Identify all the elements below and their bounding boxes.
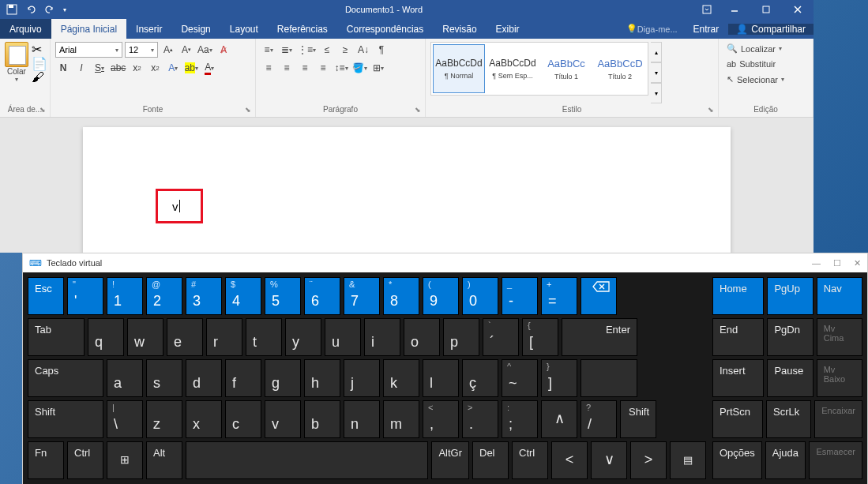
share-button[interactable]: 👤Compartilhar (728, 24, 814, 35)
style-titulo1[interactable]: AaBbCc Título 1 (540, 44, 592, 93)
select-button[interactable]: ↖Selecionar▾ (723, 73, 808, 86)
key-enter-bottom[interactable] (581, 359, 637, 397)
underline-button[interactable]: S▾ (92, 60, 107, 76)
key-enter[interactable]: Enter (562, 318, 637, 356)
decrease-indent-button[interactable]: ≤ (319, 42, 335, 58)
align-right-button[interactable]: ≡ (297, 60, 313, 76)
close-button[interactable] (782, 0, 814, 19)
key-cedilla[interactable]: ç (462, 359, 498, 397)
key-e[interactable]: e (167, 318, 203, 356)
key-comma[interactable]: <, (423, 400, 459, 438)
style-normal[interactable]: AaBbCcDd ¶ Normal (433, 44, 485, 93)
key-m[interactable]: m (383, 400, 419, 438)
key-z[interactable]: z (146, 400, 182, 438)
shading-button[interactable]: 🪣▾ (351, 60, 368, 76)
styles-down-button[interactable]: ▾ (651, 62, 662, 83)
key-shift-left[interactable]: Shift (28, 400, 103, 438)
key-t[interactable]: t (246, 318, 282, 356)
key-y[interactable]: y (285, 318, 321, 356)
save-icon[interactable] (6, 4, 17, 15)
key-bracket-close[interactable]: }] (541, 359, 577, 397)
key-bracket-open[interactable]: {[ (522, 318, 558, 356)
key-minus[interactable]: _- (502, 277, 538, 315)
font-size-combo[interactable]: 12▾ (125, 42, 158, 58)
align-left-button[interactable]: ≡ (261, 60, 276, 76)
ribbon-options-icon[interactable] (695, 0, 719, 19)
redo-icon[interactable] (44, 4, 55, 15)
paste-button[interactable]: Colar ▾ (5, 42, 28, 83)
key-ctrl-left[interactable]: Ctrl (67, 441, 103, 479)
key-home[interactable]: Home (712, 277, 764, 315)
document-page[interactable]: v (83, 127, 731, 253)
key-n[interactable]: n (344, 400, 380, 438)
tab-pagina-inicial[interactable]: Página Inicial (51, 19, 126, 39)
numbering-button[interactable]: ≣▾ (279, 42, 295, 58)
osk-maximize-button[interactable]: ☐ (833, 258, 841, 268)
key-quote[interactable]: "' (67, 277, 103, 315)
key-pgup[interactable]: PgUp (767, 277, 813, 315)
key-esmaecer[interactable]: Esmaecer (809, 441, 862, 479)
minimize-button[interactable] (719, 0, 750, 19)
key-a[interactable]: a (107, 359, 143, 397)
key-scrlk[interactable]: ScrLk (766, 400, 811, 438)
tab-design[interactable]: Design (171, 19, 220, 39)
tab-layout[interactable]: Layout (220, 19, 268, 39)
key-mvbaixo[interactable]: Mv Baixo (817, 359, 862, 397)
key-x[interactable]: x (186, 400, 222, 438)
tab-inserir[interactable]: Inserir (126, 19, 171, 39)
signin-button[interactable]: Entrar (684, 24, 729, 35)
key-k[interactable]: k (383, 359, 419, 397)
tab-exibir[interactable]: Exibir (487, 19, 529, 39)
copy-icon[interactable]: 📄 (32, 56, 44, 69)
font-name-combo[interactable]: Arial▾ (55, 42, 122, 58)
osk-minimize-button[interactable]: — (812, 258, 821, 268)
key-end[interactable]: End (712, 318, 764, 356)
key-period[interactable]: >. (462, 400, 498, 438)
key-r[interactable]: r (206, 318, 242, 356)
key-1[interactable]: !1 (107, 277, 143, 315)
strikethrough-button[interactable]: abc (110, 60, 126, 76)
key-9[interactable]: (9 (423, 277, 459, 315)
increase-indent-button[interactable]: ≥ (337, 42, 353, 58)
key-q[interactable]: q (88, 318, 124, 356)
grow-font-button[interactable]: A▴ (160, 42, 176, 58)
key-d[interactable]: d (186, 359, 222, 397)
italic-button[interactable]: I (73, 60, 89, 76)
tab-referencias[interactable]: Referências (268, 19, 337, 39)
key-h[interactable]: h (304, 359, 340, 397)
undo-icon[interactable] (25, 4, 36, 15)
replace-button[interactable]: abSubstituir (723, 58, 808, 70)
key-4[interactable]: $4 (225, 277, 261, 315)
key-2[interactable]: @2 (146, 277, 182, 315)
subscript-button[interactable]: x2 (129, 60, 145, 76)
key-opcoes[interactable]: Opções (712, 441, 762, 479)
key-encaixar[interactable]: Encaixar (814, 400, 862, 438)
multilevel-button[interactable]: ⋮≡▾ (297, 42, 317, 58)
sort-button[interactable]: A↓ (355, 42, 371, 58)
key-left[interactable]: < (551, 441, 588, 479)
qat-dropdown-icon[interactable]: ▾ (63, 6, 66, 13)
key-shift-right[interactable]: Shift (620, 400, 656, 438)
key-f[interactable]: f (225, 359, 261, 397)
tell-me-search[interactable]: 💡 Diga-me... (620, 24, 684, 34)
font-color-button[interactable]: A▾ (201, 60, 217, 76)
key-g[interactable]: g (265, 359, 301, 397)
key-menu[interactable]: ▤ (670, 441, 706, 479)
key-o[interactable]: o (404, 318, 440, 356)
key-ajuda[interactable]: Ajuda (765, 441, 806, 479)
key-esc[interactable]: Esc (28, 277, 64, 315)
key-insert[interactable]: Insert (712, 359, 764, 397)
key-j[interactable]: j (344, 359, 380, 397)
cut-icon[interactable]: ✂ (32, 42, 44, 54)
tab-revisao[interactable]: Revisão (433, 19, 486, 39)
key-i[interactable]: i (364, 318, 400, 356)
bullets-button[interactable]: ≡▾ (261, 42, 276, 58)
align-center-button[interactable]: ≡ (279, 60, 295, 76)
key-3[interactable]: #3 (186, 277, 222, 315)
maximize-button[interactable] (750, 0, 782, 19)
styles-more-button[interactable]: ▾ (651, 83, 662, 103)
key-down[interactable]: ∨ (591, 441, 627, 479)
key-w[interactable]: w (127, 318, 163, 356)
text-effects-button[interactable]: A▾ (165, 60, 181, 76)
osk-title-bar[interactable]: ⌨ Teclado virtual — ☐ ✕ (23, 253, 867, 272)
